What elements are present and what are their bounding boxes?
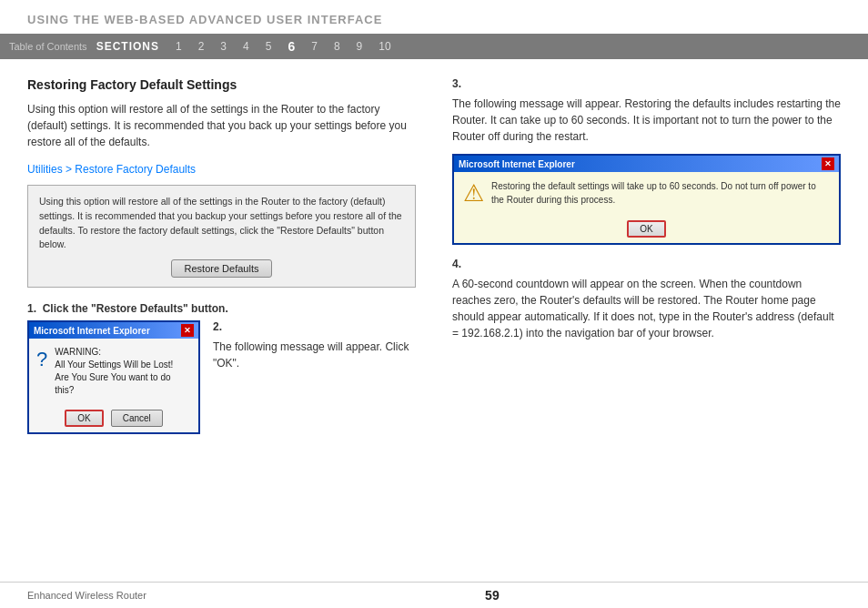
step2-text: The following message will appear. Click… [213,339,416,371]
step3-label: 3. [452,77,841,90]
ie-title-2: Microsoft Internet Explorer [459,159,575,169]
step4-label: 4. [452,258,841,270]
nav-toc-label[interactable]: Table of Contents [9,41,87,52]
footer-spacer [838,590,841,601]
step1-number: 1. Click the "Restore Defaults" button. [27,302,416,315]
restore-defaults-button[interactable]: Restore Defaults [171,259,273,278]
nav-num-2[interactable]: 2 [198,40,205,53]
page-number: 59 [485,588,500,603]
nav-num-5[interactable]: 5 [266,40,272,53]
nav-bar: Table of Contents SECTIONS 1 2 3 4 5 6 7… [0,34,868,59]
breadcrumb-link[interactable]: Utilities > Restore Factory Defaults [27,163,416,176]
ie-ok-button-1[interactable]: OK [65,410,103,427]
ie-message-1: WARNING: All Your Settings Will be Lost!… [55,346,191,397]
section-intro-text: Using this option will restore all of th… [27,101,416,150]
step1-content: Microsoft Internet Explorer ✕ ? WARNING:… [27,320,416,434]
step4-text: A 60-second countdown will appear on the… [452,276,841,341]
nav-num-8[interactable]: 8 [334,40,340,53]
ie-message-2: Restoring the default settings will take… [491,179,830,207]
ie-titlebar-2: Microsoft Internet Explorer ✕ [454,156,839,172]
nav-num-9[interactable]: 9 [357,40,363,53]
ie-close-2[interactable]: ✕ [822,157,834,170]
nav-numbers: 1 2 3 4 5 6 7 8 9 10 [176,39,391,54]
ie-dialog-1: Microsoft Internet Explorer ✕ ? WARNING:… [27,320,200,434]
utilities-description: Using this option will restore all of th… [39,195,404,252]
section-heading: Restoring Factory Default Settings [27,77,416,92]
ie-dialog-2: Microsoft Internet Explorer ✕ ⚠ Restorin… [452,154,841,245]
ie-warning-icon: ⚠ [463,179,484,208]
step1-text: Click the "Restore Defaults" button. [43,302,228,315]
ie-body-2: ⚠ Restoring the default settings will ta… [454,172,839,215]
ie-body-1: ? WARNING: All Your Settings Will be Los… [29,339,198,404]
nav-num-3[interactable]: 3 [220,40,227,53]
footer-product: Enhanced Wireless Router [27,590,146,601]
step-4: 4. A 60-second countdown will appear on … [452,258,841,341]
step2-number: 2. [213,320,416,333]
page-header: USING THE WEB-BASED ADVANCED USER INTERF… [0,0,868,34]
step-1: 1. Click the "Restore Defaults" button. … [27,302,416,434]
step3-text: The following message will appear. Resto… [452,96,841,145]
main-content: Restoring Factory Default Settings Using… [0,59,868,562]
nav-num-10[interactable]: 10 [378,40,390,53]
left-column: Restoring Factory Default Settings Using… [27,77,416,562]
page-title: USING THE WEB-BASED ADVANCED USER INTERF… [27,13,841,26]
ie-title-1: Microsoft Internet Explorer [34,326,150,336]
nav-num-1[interactable]: 1 [176,40,182,53]
ie-ok-button-2[interactable]: OK [627,220,665,238]
nav-num-6[interactable]: 6 [288,39,295,54]
nav-num-4[interactable]: 4 [243,40,249,53]
ie-buttons-1: OK Cancel [29,404,198,432]
nav-num-7[interactable]: 7 [311,40,318,53]
ie-buttons-2: OK [454,215,839,243]
ie-titlebar-1: Microsoft Internet Explorer ✕ [29,322,198,339]
right-column: 3. The following message will appear. Re… [452,77,841,562]
ie-question-icon: ? [36,348,47,371]
ie-close-1[interactable]: ✕ [181,324,194,337]
utilities-box: Using this option will restore all of th… [27,185,416,288]
ie-cancel-button-1[interactable]: Cancel [111,410,163,427]
step-3: 3. The following message will appear. Re… [452,77,841,245]
nav-sections-label: SECTIONS [96,40,159,53]
step2-container: 2. The following message will appear. Cl… [213,320,416,371]
page-footer: Enhanced Wireless Router 59 [0,582,868,608]
